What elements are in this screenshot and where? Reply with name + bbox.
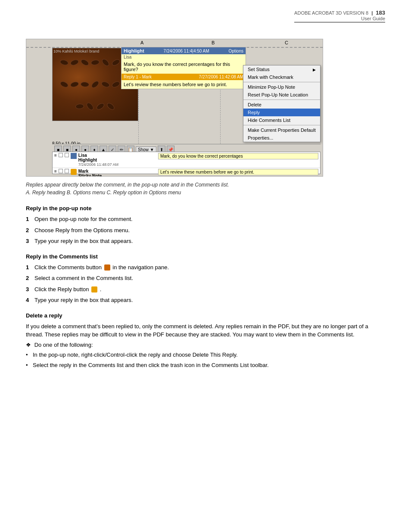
- col-label-c: C: [285, 40, 288, 45]
- comment-2-icon: [71, 169, 77, 175]
- comments-step-1: 1 Click the Comments button in the navig…: [26, 263, 379, 272]
- caption-area: Replies appear directly below the commen…: [26, 181, 323, 196]
- popup-step-3: 3 Type your reply in the box that appear…: [26, 237, 379, 246]
- section-heading-comments: Reply in the Comments list: [26, 253, 379, 260]
- section-heading-delete: Delete a reply: [26, 312, 379, 319]
- context-hide-comments[interactable]: Hide Comments List: [243, 116, 320, 124]
- comment-1-icon-box: [65, 153, 69, 157]
- popup-note-header: Highlight 7/24/2006 11:4|4:50 AM Options: [121, 47, 246, 54]
- page-number: 183: [376, 9, 385, 16]
- popup-user: Lisa: [121, 54, 246, 60]
- comment-list-item-1: ≡ LisaHighlight 7/24/2006 11:48:07 AM Ma…: [53, 152, 320, 168]
- popup-step-2: 2 Choose Reply from the Options menu.: [26, 226, 379, 235]
- reply-btn-icon: [91, 286, 97, 292]
- comments-btn-icon: [104, 264, 110, 271]
- context-minimize-popup[interactable]: Minimize Pop-Up Note: [243, 83, 320, 91]
- comments-step-3: 3 Click the Reply button .: [26, 285, 379, 294]
- comment-1-text: LisaHighlight 7/24/2006 11:48:07 AM: [78, 153, 156, 167]
- col-label-a: A: [140, 40, 143, 45]
- page-header: ADOBE ACROBAT 3D VERSION 8 | 183 User Gu…: [294, 9, 385, 22]
- popup-reply-content: Let's review these numbers before we go …: [121, 80, 246, 89]
- section-heading-popup: Reply in the pop-up note: [26, 205, 379, 212]
- page-container: ADOBE ACROBAT 3D VERSION 8 | 183 User Gu…: [0, 0, 411, 532]
- popup-header-date: 7/24/2006 11:4|4:50 AM: [164, 49, 209, 53]
- comment-1-checkbox[interactable]: [59, 153, 63, 157]
- product-name: ADOBE ACROBAT 3D VERSION 8: [294, 10, 368, 16]
- col-label-b: B: [212, 40, 215, 45]
- reply-header-label: Reply 1 - Mark: [124, 75, 152, 79]
- context-make-default[interactable]: Make Current Properties Default: [243, 126, 320, 134]
- comment-1-icon: [71, 153, 77, 159]
- context-delete[interactable]: Delete: [243, 101, 320, 109]
- delete-reply-section: Delete a reply If you delete a comment t…: [26, 312, 379, 370]
- comments-step-2: 2 Select a comment in the Comments list.: [26, 274, 379, 283]
- context-mark-checkmark[interactable]: Mark with Checkmark: [243, 73, 320, 81]
- popup-reply-header: Reply 1 - Mark 7/27/2006 11:42:08 AM: [121, 74, 246, 80]
- comment-2-body: Let's review these numbers before we go …: [158, 169, 318, 175]
- popup-content: Mark, do you know the correct percentage…: [121, 60, 246, 74]
- popup-steps-list: 1 Open the pop-up note for the comment. …: [26, 215, 379, 246]
- delete-bullet-2: • Select the reply in the Comments list …: [26, 361, 379, 370]
- do-one-label: ❖ Do one of the following:: [26, 342, 379, 348]
- comment-2-icon-box: [65, 169, 69, 173]
- comment-list-item-2: ≡ MarkSticky Note 7/27/2006 11:42:08 AM …: [53, 168, 320, 177]
- arrow-icon: [313, 67, 316, 72]
- context-reset-popup[interactable]: Reset Pop-Up Note Location: [243, 91, 320, 99]
- popup-options-btn[interactable]: Options: [229, 49, 243, 53]
- screenshot-area: A B C: [26, 39, 323, 177]
- delete-body-text: If you delete a comment that’s been repl…: [26, 322, 379, 339]
- guide-label: User Guide: [361, 16, 385, 21]
- context-reply[interactable]: Reply: [243, 109, 320, 116]
- comment-1-body: Mark, do you know the correct percentage…: [158, 153, 318, 159]
- comment-2-checkbox[interactable]: [59, 169, 63, 173]
- popup-step-1: 1 Open the pop-up note for the comment.: [26, 215, 379, 224]
- separator: |: [371, 10, 373, 16]
- popup-note: Highlight 7/24/2006 11:4|4:50 AM Options…: [121, 47, 246, 89]
- comments-steps-list: 1 Click the Comments button in the navig…: [26, 263, 379, 305]
- caption-line1: Replies appear directly below the commen…: [26, 181, 323, 189]
- caption-line2: A. Reply heading B. Options menu C. Repl…: [26, 189, 323, 196]
- comment-2-text: MarkSticky Note 7/27/2006 11:42:08 AM: [78, 169, 156, 177]
- content-area: Reply in the pop-up note 1 Open the pop-…: [26, 205, 379, 370]
- popup-header-label: Highlight: [124, 48, 144, 53]
- delete-bullet-1: • In the pop-up note, right-click/Contro…: [26, 351, 379, 359]
- comments-list: ≡ LisaHighlight 7/24/2006 11:48:07 AM Ma…: [52, 152, 321, 174]
- reply-header-date: 7/27/2006 11:42:08 AM: [199, 75, 243, 79]
- context-set-status[interactable]: Set Status: [243, 65, 320, 73]
- context-properties[interactable]: Properties...: [243, 134, 320, 142]
- context-menu: Set Status Mark with Checkmark Minimize …: [243, 65, 321, 142]
- comments-step-4: 4 Type your reply in the box that appear…: [26, 296, 379, 305]
